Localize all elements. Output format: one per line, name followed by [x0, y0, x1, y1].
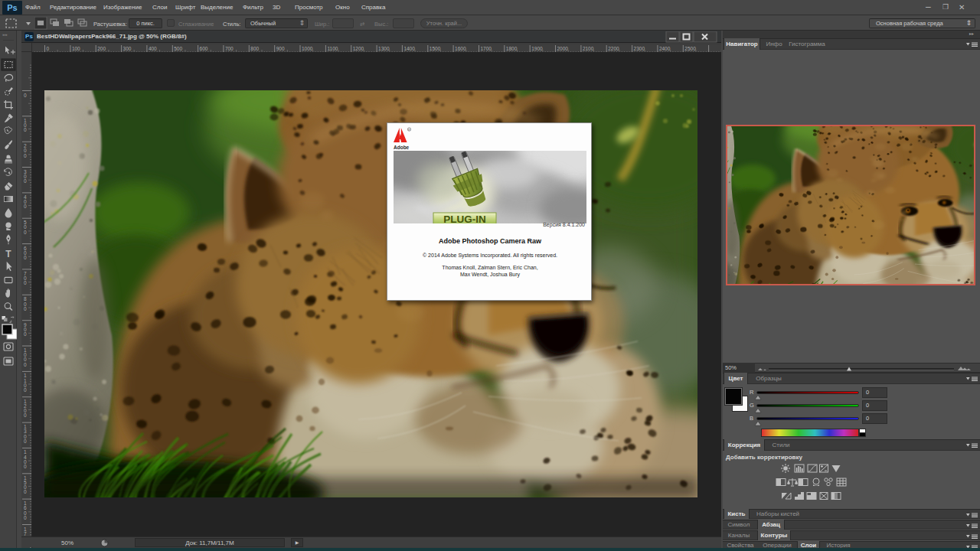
svg-text:1400: 1400: [403, 46, 415, 51]
svg-text:300: 300: [123, 46, 132, 51]
svg-text:0: 0: [24, 178, 27, 184]
svg-text:T: T: [5, 249, 11, 259]
svg-text:500: 500: [174, 46, 182, 51]
svg-text:2200: 2200: [608, 46, 619, 51]
svg-text:0: 0: [24, 387, 27, 393]
svg-text:1500: 1500: [430, 46, 441, 51]
svg-text:100: 100: [72, 46, 80, 51]
svg-text:800: 800: [250, 46, 259, 51]
svg-text:0: 0: [24, 230, 27, 235]
svg-text:600: 600: [200, 46, 208, 51]
svg-text:2500: 2500: [684, 46, 696, 51]
svg-text:0: 0: [24, 515, 27, 520]
svg-text:700: 700: [225, 46, 234, 51]
svg-text:1200: 1200: [353, 46, 364, 51]
svg-text:1700: 1700: [481, 46, 492, 51]
svg-text:0: 0: [24, 489, 27, 494]
svg-text:0: 0: [24, 255, 27, 260]
svg-text:1000: 1000: [302, 46, 313, 51]
svg-text:0: 0: [24, 331, 27, 337]
svg-text:0: 0: [24, 93, 27, 98]
svg-text:1300: 1300: [378, 46, 390, 51]
svg-text:2300: 2300: [634, 46, 645, 51]
svg-text:0: 0: [24, 153, 27, 158]
svg-text:0: 0: [47, 46, 50, 51]
svg-text:1600: 1600: [455, 46, 466, 51]
svg-text:2400: 2400: [659, 46, 671, 51]
svg-text:0: 0: [24, 127, 27, 132]
svg-text:0: 0: [24, 412, 27, 418]
svg-text:400: 400: [149, 46, 157, 51]
svg-text:0: 0: [24, 439, 27, 444]
svg-text:1100: 1100: [327, 46, 338, 51]
svg-text:0: 0: [24, 464, 27, 469]
svg-text:0: 0: [24, 280, 27, 285]
svg-text:900: 900: [276, 46, 285, 51]
svg-text:1800: 1800: [506, 46, 518, 51]
svg-text:0: 0: [24, 362, 27, 367]
svg-text:»»: »»: [2, 32, 8, 37]
svg-text:0: 0: [24, 306, 27, 311]
svg-text:2100: 2100: [583, 46, 594, 51]
svg-text:R: R: [408, 128, 410, 132]
svg-text:1900: 1900: [531, 46, 543, 51]
svg-text:0: 0: [24, 204, 27, 209]
svg-text:200: 200: [97, 46, 106, 51]
svg-text:Adobe: Adobe: [394, 145, 410, 150]
svg-text:PLUG-IN: PLUG-IN: [443, 214, 486, 223]
svg-text:2000: 2000: [557, 46, 569, 51]
